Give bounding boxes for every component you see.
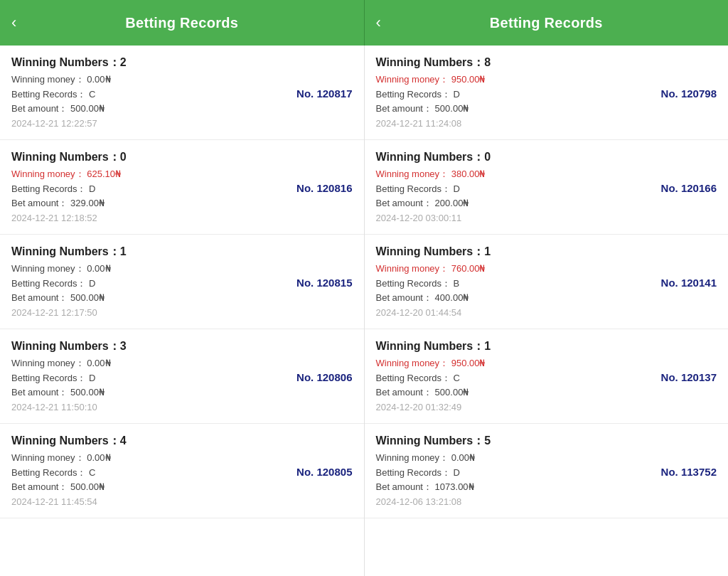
betting-records-line: Betting Records： D [376, 182, 653, 196]
record-item[interactable]: Winning Numbers：1Winning money： 0.00₦Bet… [0, 235, 364, 329]
record-info: Winning Numbers：1Winning money： 0.00₦Bet… [11, 245, 288, 320]
betting-records-line: Betting Records： D [11, 371, 288, 385]
betting-records-line: Betting Records： D [11, 277, 288, 291]
timestamp-line: 2024-12-20 01:44:54 [376, 306, 653, 320]
record-number: No. 120166 [661, 182, 717, 194]
record-number: No. 113752 [661, 466, 717, 478]
record-number: No. 120817 [296, 87, 352, 100]
betting-records-line: Betting Records： C [11, 87, 288, 102]
record-info: Winning Numbers：1Winning money： 760.00₦B… [376, 245, 653, 320]
bet-amount-line: Bet amount： 500.00₦ [11, 291, 288, 305]
winning-money-line: Winning money： 760.00₦ [376, 262, 653, 276]
record-number: No. 120141 [661, 277, 717, 289]
record-number: No. 120798 [661, 87, 717, 100]
winning-money-line: Winning money： 625.10₦ [11, 167, 288, 181]
record-item[interactable]: Winning Numbers：0Winning money： 380.00₦B… [365, 140, 729, 235]
record-item[interactable]: Winning Numbers：8Winning money： 950.00₦B… [365, 46, 729, 140]
timestamp-line: 2024-12-21 12:17:50 [11, 306, 288, 320]
betting-records-line: Betting Records： C [376, 371, 653, 385]
bet-amount-line: Bet amount： 500.00₦ [11, 102, 288, 116]
winning-numbers-title: Winning Numbers：3 [11, 339, 288, 354]
record-info: Winning Numbers：8Winning money： 950.00₦B… [376, 55, 653, 131]
bet-amount-line: Bet amount： 500.00₦ [376, 385, 653, 400]
record-item[interactable]: Winning Numbers：1Winning money： 760.00₦B… [365, 235, 729, 329]
left-back-button[interactable]: ‹ [11, 14, 16, 32]
winning-numbers-title: Winning Numbers：4 [11, 434, 288, 449]
bet-amount-line: Bet amount： 500.00₦ [376, 102, 653, 116]
timestamp-line: 2024-12-20 03:00:11 [376, 211, 653, 225]
winning-money-line: Winning money： 0.00₦ [11, 356, 288, 370]
record-info: Winning Numbers：2Winning money： 0.00₦Bet… [11, 55, 288, 131]
winning-numbers-title: Winning Numbers：1 [11, 245, 288, 260]
winning-money-line: Winning money： 0.00₦ [11, 451, 288, 465]
right-header-panel: ‹ Betting Records [365, 0, 729, 46]
record-number: No. 120137 [661, 371, 717, 383]
bet-amount-line: Bet amount： 500.00₦ [11, 480, 288, 494]
winning-money-line: Winning money： 0.00₦ [11, 73, 288, 87]
record-item[interactable]: Winning Numbers：3Winning money： 0.00₦Bet… [0, 329, 364, 424]
record-item[interactable]: Winning Numbers：0Winning money： 625.10₦B… [0, 140, 364, 235]
content-row: Winning Numbers：2Winning money： 0.00₦Bet… [0, 46, 728, 576]
bet-amount-line: Bet amount： 1073.00₦ [376, 480, 653, 494]
betting-records-line: Betting Records： D [376, 466, 653, 480]
right-back-button[interactable]: ‹ [376, 14, 381, 32]
timestamp-line: 2024-12-21 11:50:10 [11, 400, 288, 415]
timestamp-line: 2024-12-20 01:32:49 [376, 400, 653, 415]
winning-money-line: Winning money： 380.00₦ [376, 167, 653, 181]
bet-amount-line: Bet amount： 400.00₦ [376, 291, 653, 305]
record-info: Winning Numbers：0Winning money： 380.00₦B… [376, 150, 653, 225]
timestamp-line: 2024-12-21 12:18:52 [11, 211, 288, 225]
bet-amount-line: Bet amount： 200.00₦ [376, 196, 653, 210]
betting-records-line: Betting Records： B [376, 277, 653, 291]
record-number: No. 120816 [296, 182, 352, 194]
record-info: Winning Numbers：0Winning money： 625.10₦B… [11, 150, 288, 225]
betting-records-line: Betting Records： C [11, 466, 288, 480]
left-header-panel: ‹ Betting Records [0, 0, 365, 46]
winning-numbers-title: Winning Numbers：8 [376, 55, 653, 70]
winning-numbers-title: Winning Numbers：1 [376, 245, 653, 260]
record-item[interactable]: Winning Numbers：2Winning money： 0.00₦Bet… [0, 46, 364, 140]
record-number: No. 120806 [296, 371, 352, 383]
record-info: Winning Numbers：1Winning money： 950.00₦B… [376, 339, 653, 415]
record-number: No. 120815 [296, 277, 352, 289]
header-row: ‹ Betting Records ‹ Betting Records [0, 0, 728, 46]
winning-numbers-title: Winning Numbers：5 [376, 434, 653, 449]
left-header-title: Betting Records [125, 15, 238, 31]
betting-records-line: Betting Records： D [376, 87, 653, 102]
winning-numbers-title: Winning Numbers：2 [11, 55, 288, 70]
timestamp-line: 2024-12-21 12:22:57 [11, 117, 288, 131]
record-info: Winning Numbers：5Winning money： 0.00₦Bet… [376, 434, 653, 509]
bet-amount-line: Bet amount： 329.00₦ [11, 196, 288, 210]
timestamp-line: 2024-12-21 11:24:08 [376, 117, 653, 131]
bet-amount-line: Bet amount： 500.00₦ [11, 385, 288, 400]
left-panel: Winning Numbers：2Winning money： 0.00₦Bet… [0, 46, 365, 576]
winning-numbers-title: Winning Numbers：0 [376, 150, 653, 165]
record-item[interactable]: Winning Numbers：1Winning money： 950.00₦B… [365, 329, 729, 424]
timestamp-line: 2024-12-21 11:45:54 [11, 495, 288, 509]
record-info: Winning Numbers：3Winning money： 0.00₦Bet… [11, 339, 288, 415]
winning-money-line: Winning money： 950.00₦ [376, 73, 653, 87]
record-number: No. 120805 [296, 466, 352, 478]
winning-money-line: Winning money： 0.00₦ [11, 262, 288, 276]
right-panel: Winning Numbers：8Winning money： 950.00₦B… [365, 46, 729, 576]
winning-money-line: Winning money： 0.00₦ [376, 451, 653, 465]
timestamp-line: 2024-12-06 13:21:08 [376, 495, 653, 509]
record-item[interactable]: Winning Numbers：5Winning money： 0.00₦Bet… [365, 424, 729, 518]
record-item[interactable]: Winning Numbers：4Winning money： 0.00₦Bet… [0, 424, 364, 518]
record-info: Winning Numbers：4Winning money： 0.00₦Bet… [11, 434, 288, 509]
winning-numbers-title: Winning Numbers：1 [376, 339, 653, 354]
winning-money-line: Winning money： 950.00₦ [376, 356, 653, 370]
right-header-title: Betting Records [490, 15, 603, 31]
betting-records-line: Betting Records： D [11, 182, 288, 196]
winning-numbers-title: Winning Numbers：0 [11, 150, 288, 165]
